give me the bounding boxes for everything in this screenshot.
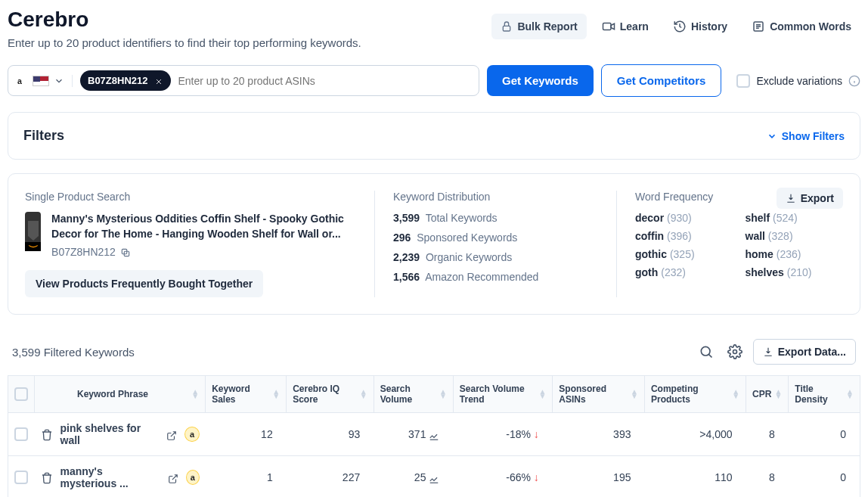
table-row: pink shelves for walla1293371 -18% ↓393>…: [8, 413, 860, 456]
marketplace-select[interactable]: a: [16, 75, 73, 87]
trash-icon: [41, 429, 53, 441]
frequency-item[interactable]: home (236): [746, 248, 844, 260]
learn-button[interactable]: Learn: [593, 14, 658, 39]
frequency-item[interactable]: coffin (396): [635, 230, 733, 242]
col-density[interactable]: Title Density: [795, 384, 843, 405]
exclude-variations-label: Exclude variations: [756, 75, 842, 87]
distribution-item: 2,239 Organic Keywords: [393, 251, 601, 263]
col-sponsored[interactable]: Sponsored ASINs: [559, 384, 628, 405]
frequency-item[interactable]: shelf (524): [746, 212, 844, 224]
asin-input[interactable]: [178, 75, 471, 87]
keyword-phrase: manny's mysterious ...: [60, 465, 160, 489]
frequency-item[interactable]: gothic (325): [635, 248, 733, 260]
sort-icon[interactable]: ▲▼: [774, 390, 782, 399]
svg-marker-5: [28, 221, 39, 241]
amazon-icon: [28, 243, 39, 250]
delete-row-button[interactable]: [41, 428, 53, 441]
sort-icon[interactable]: ▲▼: [191, 390, 199, 399]
remove-asin-button[interactable]: [154, 75, 163, 86]
info-icon[interactable]: [848, 74, 860, 87]
table-settings-button[interactable]: [724, 341, 746, 362]
common-words-button[interactable]: Common Words: [742, 14, 860, 39]
row-checkbox[interactable]: [14, 471, 28, 484]
chevron-down-icon: [54, 76, 64, 86]
row-checkbox[interactable]: [14, 427, 28, 441]
keyword-phrase: pink shelves for wall: [60, 422, 160, 446]
close-icon: [154, 77, 163, 86]
trash-icon: [41, 472, 53, 484]
video-icon: [602, 20, 615, 33]
lock-icon: [501, 20, 513, 33]
frequently-bought-together-button[interactable]: View Products Frequently Bought Together: [25, 270, 263, 297]
exclude-variations-checkbox[interactable]: [736, 74, 750, 88]
trend-down-icon: ↓: [534, 471, 539, 483]
product-thumbnail[interactable]: [25, 212, 41, 250]
filtered-keywords-count: 3,599 Filtered Keywords: [12, 346, 135, 359]
external-link-icon: [166, 430, 177, 441]
get-competitors-button[interactable]: Get Competitors: [601, 64, 722, 97]
frequency-item[interactable]: shelves (210): [746, 266, 844, 278]
svg-point-8: [701, 347, 710, 356]
page-subtitle: Enter up to 20 product identifiers to fi…: [8, 36, 361, 49]
export-data-button[interactable]: Export Data...: [753, 339, 856, 365]
search-table-button[interactable]: [696, 341, 717, 362]
col-phrase[interactable]: Keyword Phrase: [77, 389, 148, 399]
chart-icon[interactable]: [429, 430, 439, 441]
list-icon: [752, 20, 765, 33]
frequency-item[interactable]: wall (328): [746, 230, 844, 242]
amazon-badge[interactable]: a: [186, 470, 200, 485]
col-trend[interactable]: Search Volume Trend: [460, 384, 536, 405]
open-link-button[interactable]: [168, 471, 178, 483]
col-sales[interactable]: Keyword Sales: [212, 384, 269, 405]
svg-text:a: a: [17, 76, 22, 85]
sort-icon[interactable]: ▲▼: [360, 390, 367, 399]
trend-down-icon: ↓: [534, 428, 539, 440]
open-link-button[interactable]: [166, 428, 177, 440]
sort-icon[interactable]: ▲▼: [538, 390, 546, 399]
export-frequency-button[interactable]: Export: [777, 188, 843, 209]
product-title: Manny's Mysterious Oddities Coffin Shelf…: [51, 212, 359, 241]
sort-icon[interactable]: ▲▼: [439, 390, 447, 399]
copy-icon: [120, 247, 131, 258]
frequency-item[interactable]: goth (232): [635, 266, 733, 278]
asin-input-container: a B07Z8HN212: [8, 65, 479, 96]
asin-chip: B07Z8HN212: [80, 70, 171, 91]
sort-icon[interactable]: ▲▼: [846, 390, 854, 399]
keyword-table: Keyword Phrase▲▼ Keyword Sales▲▼ Cerebro…: [8, 375, 860, 497]
distribution-item: 296 Sponsored Keywords: [393, 231, 601, 244]
frequency-item[interactable]: decor (930): [635, 212, 733, 224]
sort-icon[interactable]: ▲▼: [272, 390, 280, 399]
chart-icon[interactable]: [429, 474, 439, 484]
copy-asin-button[interactable]: [120, 246, 131, 258]
gear-icon: [727, 344, 742, 359]
download-icon: [786, 193, 796, 203]
keyword-distribution-heading: Keyword Distribution: [393, 191, 601, 203]
filters-panel: Filters Show Filters: [8, 112, 860, 160]
chevron-down-icon: [767, 131, 777, 141]
download-icon: [763, 346, 773, 357]
svg-point-9: [733, 350, 736, 354]
sort-icon[interactable]: ▲▼: [732, 390, 739, 399]
svg-rect-1: [603, 23, 611, 30]
page-title: Cerebro: [8, 8, 361, 32]
bulk-report-button[interactable]: Bulk Report: [491, 14, 586, 39]
amazon-logo-icon: a: [16, 75, 28, 87]
product-asin: B07Z8HN212: [51, 246, 359, 258]
filters-title: Filters: [23, 128, 64, 144]
col-cpr[interactable]: CPR: [752, 389, 771, 399]
history-icon: [673, 20, 687, 33]
table-row: manny's mysterious ...a122725 -66% ↓1951…: [8, 456, 860, 497]
external-link-icon: [168, 474, 178, 484]
col-iq[interactable]: Cerebro IQ Score: [293, 384, 357, 405]
get-keywords-button[interactable]: Get Keywords: [487, 65, 594, 96]
flag-usa-icon: [33, 76, 49, 86]
svg-rect-0: [504, 26, 510, 31]
sort-icon[interactable]: ▲▼: [631, 390, 638, 399]
select-all-checkbox[interactable]: [14, 387, 28, 401]
col-competing[interactable]: Competing Products: [651, 384, 729, 405]
delete-row-button[interactable]: [41, 471, 53, 484]
col-volume[interactable]: Search Volume: [380, 384, 436, 405]
amazon-badge[interactable]: a: [184, 427, 199, 442]
history-button[interactable]: History: [664, 14, 736, 39]
show-filters-toggle[interactable]: Show Filters: [767, 130, 845, 142]
